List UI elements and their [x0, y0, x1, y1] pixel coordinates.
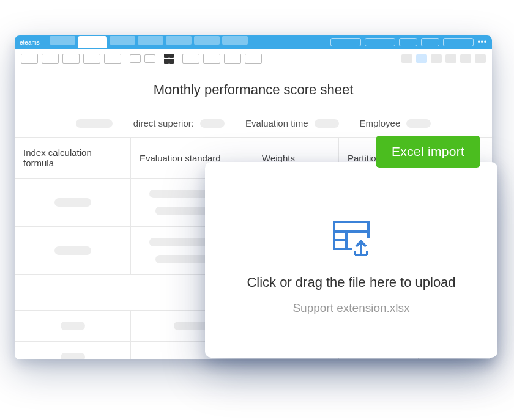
cell-placeholder	[61, 353, 85, 359]
tool-button[interactable]	[62, 54, 80, 64]
tool-button[interactable]	[460, 54, 471, 63]
meta-value-placeholder	[315, 119, 339, 128]
tool-button[interactable]	[182, 54, 199, 64]
excel-import-badge[interactable]: Excel import	[376, 136, 480, 168]
tool-button[interactable]	[445, 54, 456, 63]
brand-logo: eteams	[20, 39, 40, 46]
meta-placeholder	[76, 119, 113, 128]
cell-placeholder	[54, 246, 91, 255]
upload-sub-text: Support extension.xlsx	[292, 301, 409, 315]
tab-item[interactable]	[50, 36, 75, 45]
more-icon[interactable]: •••	[477, 38, 487, 46]
meta-row: direct superior: Evaluation time Employe…	[15, 109, 492, 138]
table-cell[interactable]	[15, 227, 131, 274]
cell-placeholder	[61, 322, 85, 330]
meta-employee: Employee	[360, 118, 431, 128]
tab-item[interactable]	[166, 36, 192, 45]
topbar: eteams •••	[15, 35, 492, 49]
meta-label: direct superior:	[133, 118, 194, 128]
upload-icon	[329, 217, 373, 263]
toolbar-group	[130, 54, 155, 63]
tool-button[interactable]	[401, 54, 412, 63]
tool-button[interactable]	[130, 54, 141, 63]
tool-button[interactable]	[21, 54, 38, 64]
topbar-button[interactable]	[365, 38, 395, 46]
tool-button[interactable]	[245, 54, 262, 64]
tool-button[interactable]	[431, 54, 442, 63]
meta-value-placeholder	[200, 119, 225, 128]
tool-button[interactable]	[416, 54, 427, 63]
tab-item-active[interactable]	[78, 36, 107, 48]
meta-label: Evaluation time	[245, 118, 308, 128]
meta-value-placeholder	[406, 119, 431, 128]
cell-placeholder	[54, 198, 91, 207]
tab-item[interactable]	[138, 36, 163, 45]
tool-button[interactable]	[83, 54, 100, 64]
toolbar-group	[164, 54, 174, 64]
topbar-actions: •••	[330, 38, 487, 46]
table-cell[interactable]	[15, 342, 131, 359]
tool-button[interactable]	[224, 54, 241, 64]
topbar-button[interactable]	[421, 38, 439, 46]
toolbar	[15, 49, 492, 68]
table-cell[interactable]	[15, 311, 131, 341]
topbar-tabs	[50, 36, 327, 48]
topbar-button[interactable]	[399, 38, 417, 46]
toolbar-group	[21, 54, 121, 64]
topbar-button[interactable]	[330, 38, 361, 46]
tool-button[interactable]	[42, 54, 59, 64]
grid-icon[interactable]	[164, 54, 174, 64]
meta-evaluation-time: Evaluation time	[245, 118, 339, 128]
upload-main-text: Click or drag the file here to upload	[247, 274, 455, 290]
tab-item[interactable]	[222, 36, 248, 45]
tool-button[interactable]	[475, 54, 486, 63]
sheet-title: Monthly performance score sheet	[15, 68, 492, 109]
meta-label: Employee	[360, 118, 401, 128]
tab-item[interactable]	[110, 36, 135, 45]
tool-button[interactable]	[144, 54, 155, 63]
tool-button[interactable]	[203, 54, 220, 64]
column-header-formula: Index calculation formula	[15, 138, 131, 178]
tab-item[interactable]	[194, 36, 220, 45]
toolbar-group-right	[401, 54, 486, 63]
tool-button[interactable]	[104, 54, 121, 64]
topbar-button[interactable]	[443, 38, 474, 46]
upload-card[interactable]: Click or drag the file here to upload Su…	[205, 162, 497, 358]
toolbar-group	[182, 54, 262, 64]
meta-direct-superior: direct superior:	[133, 118, 225, 128]
table-cell[interactable]	[15, 179, 131, 226]
